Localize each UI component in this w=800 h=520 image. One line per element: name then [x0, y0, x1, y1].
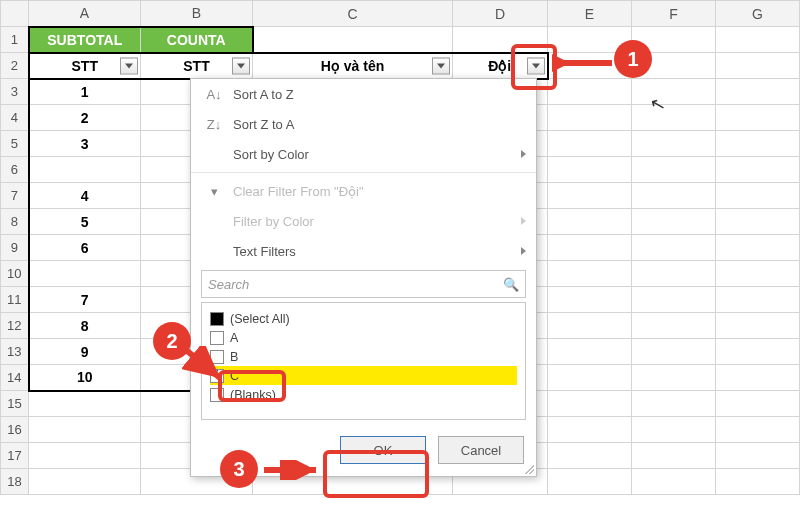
cell-E4[interactable] — [548, 105, 632, 131]
col-header-D[interactable]: D — [453, 1, 548, 27]
cell-G7[interactable] — [716, 183, 800, 209]
cell-F16[interactable] — [632, 417, 716, 443]
cell-G8[interactable] — [716, 209, 800, 235]
cell-A10[interactable] — [29, 261, 141, 287]
cell-E6[interactable] — [548, 157, 632, 183]
cell-F8[interactable] — [632, 209, 716, 235]
cell-A17[interactable] — [29, 443, 141, 469]
row-header-6[interactable]: 6 — [1, 157, 29, 183]
filter-item-c[interactable]: C — [210, 366, 517, 385]
corner-cell[interactable] — [1, 1, 29, 27]
row-header-12[interactable]: 12 — [1, 313, 29, 339]
cell-G3[interactable] — [716, 79, 800, 105]
cell-B2[interactable]: STT — [141, 53, 253, 79]
row-header-7[interactable]: 7 — [1, 183, 29, 209]
cell-G18[interactable] — [716, 469, 800, 495]
cell-F13[interactable] — [632, 339, 716, 365]
filter-search-input[interactable]: Search 🔍 — [201, 270, 526, 298]
cell-E17[interactable] — [548, 443, 632, 469]
row-header-18[interactable]: 18 — [1, 469, 29, 495]
cell-E10[interactable] — [548, 261, 632, 287]
cell-F5[interactable] — [632, 131, 716, 157]
cell-A2[interactable]: STT — [29, 53, 141, 79]
cell-G1[interactable] — [716, 27, 800, 53]
cell-A18[interactable] — [29, 469, 141, 495]
cell-F4[interactable] — [632, 105, 716, 131]
row-header-9[interactable]: 9 — [1, 235, 29, 261]
cell-F7[interactable] — [632, 183, 716, 209]
cell-A1[interactable]: SUBTOTAL — [29, 27, 141, 53]
cell-A11[interactable]: 7 — [29, 287, 141, 313]
cell-E16[interactable] — [548, 417, 632, 443]
cell-A16[interactable] — [29, 417, 141, 443]
checkbox-icon[interactable] — [210, 369, 224, 383]
cell-D1[interactable] — [453, 27, 548, 53]
row-header-11[interactable]: 11 — [1, 287, 29, 313]
cell-C1[interactable] — [253, 27, 453, 53]
cell-F9[interactable] — [632, 235, 716, 261]
row-header-4[interactable]: 4 — [1, 105, 29, 131]
cell-F17[interactable] — [632, 443, 716, 469]
cell-F11[interactable] — [632, 287, 716, 313]
col-header-G[interactable]: G — [716, 1, 800, 27]
cell-E2[interactable] — [548, 53, 632, 79]
cell-A6[interactable] — [29, 157, 141, 183]
cell-E9[interactable] — [548, 235, 632, 261]
filter-button-B[interactable] — [232, 57, 250, 74]
resize-grip-icon[interactable] — [524, 464, 534, 474]
row-header-14[interactable]: 14 — [1, 365, 29, 391]
text-filters[interactable]: Text Filters — [191, 236, 536, 266]
cell-F10[interactable] — [632, 261, 716, 287]
row-header-5[interactable]: 5 — [1, 131, 29, 157]
cell-E15[interactable] — [548, 391, 632, 417]
cell-C2[interactable]: Họ và tên — [253, 53, 453, 79]
cell-A3[interactable]: 1 — [29, 79, 141, 105]
sort-by-color[interactable]: Sort by Color — [191, 139, 536, 169]
cell-D2[interactable]: Đội — [453, 53, 548, 79]
cell-A8[interactable]: 5 — [29, 209, 141, 235]
cell-G10[interactable] — [716, 261, 800, 287]
cell-F15[interactable] — [632, 391, 716, 417]
cell-E12[interactable] — [548, 313, 632, 339]
row-header-16[interactable]: 16 — [1, 417, 29, 443]
col-header-A[interactable]: A — [29, 1, 141, 27]
cell-F6[interactable] — [632, 157, 716, 183]
filter-item-a[interactable]: A — [210, 328, 517, 347]
cell-E18[interactable] — [548, 469, 632, 495]
col-header-C[interactable]: C — [253, 1, 453, 27]
cell-G16[interactable] — [716, 417, 800, 443]
cell-A15[interactable] — [29, 391, 141, 417]
cell-G2[interactable] — [716, 53, 800, 79]
row-header-1[interactable]: 1 — [1, 27, 29, 53]
cell-F12[interactable] — [632, 313, 716, 339]
filter-item-select-all[interactable]: (Select All) — [210, 309, 517, 328]
cell-E14[interactable] — [548, 365, 632, 391]
cell-G17[interactable] — [716, 443, 800, 469]
cell-G11[interactable] — [716, 287, 800, 313]
cell-E8[interactable] — [548, 209, 632, 235]
cell-G12[interactable] — [716, 313, 800, 339]
row-header-13[interactable]: 13 — [1, 339, 29, 365]
checkbox-icon[interactable] — [210, 350, 224, 364]
cell-G13[interactable] — [716, 339, 800, 365]
filter-button-A[interactable] — [120, 57, 138, 74]
cell-E13[interactable] — [548, 339, 632, 365]
cell-F14[interactable] — [632, 365, 716, 391]
cell-G14[interactable] — [716, 365, 800, 391]
cell-E5[interactable] — [548, 131, 632, 157]
row-header-2[interactable]: 2 — [1, 53, 29, 79]
cell-F3[interactable] — [632, 79, 716, 105]
cell-G15[interactable] — [716, 391, 800, 417]
cell-A12[interactable]: 8 — [29, 313, 141, 339]
col-header-B[interactable]: B — [141, 1, 253, 27]
row-header-17[interactable]: 17 — [1, 443, 29, 469]
cell-G6[interactable] — [716, 157, 800, 183]
checkbox-icon[interactable] — [210, 331, 224, 345]
filter-button-C[interactable] — [432, 57, 450, 74]
ok-button[interactable]: OK — [340, 436, 426, 464]
filter-item-blanks[interactable]: (Blanks) — [210, 385, 517, 404]
cell-F18[interactable] — [632, 469, 716, 495]
cell-B1[interactable]: COUNTA — [141, 27, 253, 53]
checkbox-icon[interactable] — [210, 388, 224, 402]
cell-E11[interactable] — [548, 287, 632, 313]
